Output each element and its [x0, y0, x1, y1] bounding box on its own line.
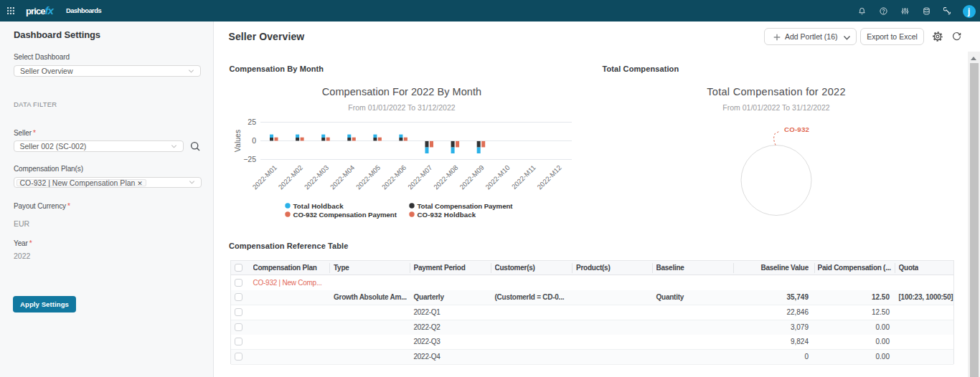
svg-text:CO-932: CO-932 [784, 125, 809, 133]
svg-text:2022-M06: 2022-M06 [380, 163, 407, 191]
svg-text:2022-M01: 2022-M01 [251, 163, 278, 191]
svg-text:From 01/01/2022 To 31/12/2022: From 01/01/2022 To 31/12/2022 [348, 103, 455, 112]
svg-text:From 01/01/2022 To 31/12/2022: From 01/01/2022 To 31/12/2022 [722, 103, 829, 112]
svg-text:CO-932 Compensation Payment: CO-932 Compensation Payment [293, 211, 397, 219]
svg-text:−25: −25 [243, 155, 256, 163]
svg-text:2022-M05: 2022-M05 [354, 163, 382, 191]
svg-text:2022-M12: 2022-M12 [535, 163, 562, 191]
svg-text:2022-M03: 2022-M03 [303, 163, 330, 191]
svg-text:Total Compensation Payment: Total Compensation Payment [418, 202, 514, 210]
svg-text:0: 0 [252, 136, 256, 145]
svg-text:2022-M11: 2022-M11 [510, 163, 537, 191]
svg-text:2022-M07: 2022-M07 [406, 163, 433, 191]
svg-text:Compensation For 2022 By Month: Compensation For 2022 By Month [322, 86, 481, 97]
svg-text:Values: Values [233, 130, 242, 152]
svg-text:2022-M10: 2022-M10 [484, 163, 511, 191]
svg-text:2022-M08: 2022-M08 [432, 163, 459, 191]
svg-text:2022-M04: 2022-M04 [329, 163, 357, 191]
svg-text:Total Holdback: Total Holdback [293, 202, 344, 210]
svg-text:2022-M09: 2022-M09 [458, 163, 485, 191]
svg-text:2022-M02: 2022-M02 [277, 163, 304, 191]
svg-text:25: 25 [248, 118, 256, 126]
svg-text:CO-932 Holdback: CO-932 Holdback [418, 211, 476, 219]
svg-text:Total Compensation for 2022: Total Compensation for 2022 [707, 86, 846, 97]
